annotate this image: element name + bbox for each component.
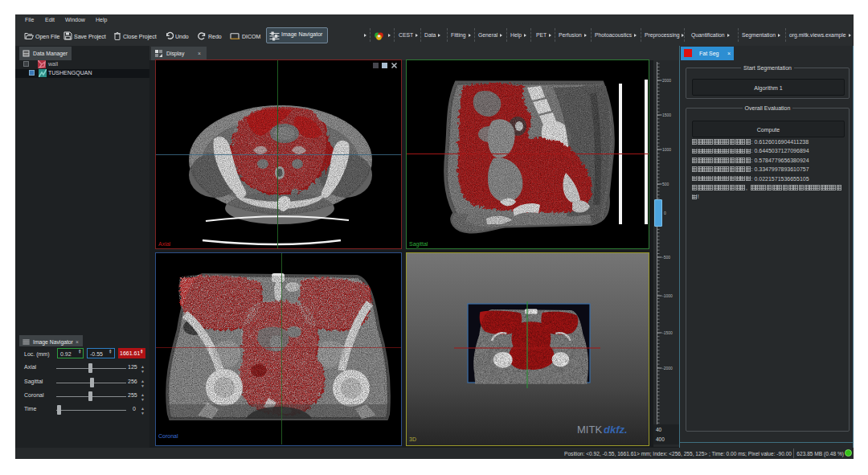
svg-text:MITK: MITK — [577, 424, 602, 436]
svg-text:dkfz.: dkfz. — [604, 424, 628, 436]
svg-text:Coronal: Coronal — [158, 433, 178, 439]
svg-text:Axial: Axial — [158, 241, 171, 247]
svg-text:3D: 3D — [409, 436, 416, 442]
svg-text:Sagittal: Sagittal — [409, 241, 428, 248]
